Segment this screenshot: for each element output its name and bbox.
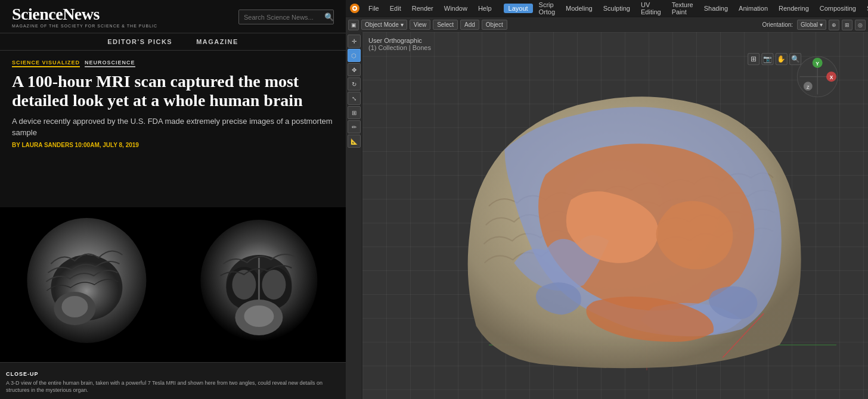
logo-area: ScienceNews MAGAZINE OF THE SOCIETY FOR … <box>12 6 157 28</box>
workspace-sculpting[interactable]: Sculpting <box>599 4 635 13</box>
workspace-compositing[interactable]: Compositing <box>815 4 861 13</box>
view-button[interactable]: View <box>410 20 431 30</box>
3d-viewport[interactable]: User Orthographic (1) Collection | Bones <box>362 32 868 399</box>
blender-topbar: File Edit Render Window Help Layout Scri… <box>346 0 868 17</box>
svg-point-11 <box>244 306 274 327</box>
svg-text:🔍: 🔍 <box>791 55 800 63</box>
menu-file[interactable]: File <box>364 4 384 13</box>
select-button[interactable]: Select <box>433 20 458 30</box>
svg-text:✋: ✋ <box>777 55 786 63</box>
orientation-label: Orientation: <box>762 21 793 28</box>
article-subtitle: A device recently approved by the U.S. F… <box>12 116 334 138</box>
object-mode-label: Object Mode <box>365 21 399 28</box>
brain-mri-image <box>0 207 346 362</box>
object-mode-dropdown[interactable]: Object Mode ▾ <box>361 20 407 30</box>
nav-editors-picks[interactable]: EDITOR'S PICKS <box>107 38 172 45</box>
svg-point-9 <box>262 270 286 300</box>
pivot-icon[interactable]: ⊕ <box>829 20 839 30</box>
scale-tool[interactable]: ⤡ <box>348 92 361 105</box>
add-button[interactable]: Add <box>460 20 479 30</box>
image-caption-bar: CLOSE-UP A 3-D view of the entire human … <box>0 362 346 399</box>
menu-window[interactable]: Window <box>439 4 472 13</box>
site-logo[interactable]: ScienceNews <box>12 6 157 23</box>
svg-text:⊞: ⊞ <box>751 55 757 63</box>
tags-row: SCIENCE VISUALIZED NEUROSCIENCE <box>12 60 334 67</box>
search-bar[interactable]: 🔍 <box>238 10 334 24</box>
left-panel: ScienceNews MAGAZINE OF THE SOCIETY FOR … <box>0 0 346 399</box>
workspace-texture-paint[interactable]: Texture Paint <box>667 0 698 17</box>
workspace-scrip-ortog[interactable]: Scrip Ortog <box>534 0 560 17</box>
article-byline: BY LAURA SANDERS 10:00AM, JULY 8, 2019 <box>12 142 334 148</box>
caption-text: A 3-D view of the entire human brain, ta… <box>6 379 340 394</box>
logo-subtitle: MAGAZINE OF THE SOCIETY FOR SCIENCE & TH… <box>12 24 157 28</box>
caption-label: CLOSE-UP <box>6 371 39 377</box>
brain-image-container <box>0 207 346 362</box>
brain-3d-model: X Y Z ⊞ 📷 ✋ 🔍 <box>362 32 868 399</box>
blender-logo-icon <box>349 3 360 14</box>
workspace-modeling[interactable]: Modeling <box>561 4 597 13</box>
byline-date: 10:00AM, JULY 8, 2019 <box>73 142 139 148</box>
svg-text:Y: Y <box>816 61 819 67</box>
workspace-animation[interactable]: Animation <box>734 4 773 13</box>
snap-icon[interactable]: ⊞ <box>842 20 852 30</box>
search-icon[interactable]: 🔍 <box>324 13 334 21</box>
svg-text:Z: Z <box>807 85 810 90</box>
proportional-icon[interactable]: ◎ <box>855 20 866 30</box>
move-tool[interactable]: ✥ <box>348 63 361 76</box>
menu-edit[interactable]: Edit <box>385 4 406 13</box>
workspace-uv-editing[interactable]: UV Editing <box>636 0 666 17</box>
byline-author[interactable]: LAURA SANDERS <box>22 142 73 148</box>
viewport-shading-icon[interactable]: ▣ <box>348 20 359 30</box>
workspace-shading[interactable]: Shading <box>699 4 733 13</box>
object-mode-chevron: ▾ <box>401 21 404 28</box>
viewport-area: ✛ ⬡ ✥ ↻ ⤡ ⊞ ✏ 📐 User Orthographic (1) Co… <box>346 32 868 399</box>
svg-point-3 <box>62 296 88 317</box>
svg-text:📷: 📷 <box>763 55 772 63</box>
global-label: Global <box>801 21 818 28</box>
annotate-tool[interactable]: ✏ <box>348 120 361 133</box>
search-input[interactable] <box>244 14 324 21</box>
tag-science-visualized[interactable]: SCIENCE VISUALIZED <box>12 60 80 67</box>
brain-scan-left <box>7 216 167 353</box>
article-content: SCIENCE VISUALIZED NEUROSCIENCE A 100-ho… <box>0 51 346 207</box>
select-tool[interactable]: ⬡ <box>348 49 361 62</box>
cursor-tool[interactable]: ✛ <box>348 35 361 48</box>
orientation-dropdown[interactable]: Global ▾ <box>797 20 826 30</box>
tag-neuroscience[interactable]: NEUROSCIENCE <box>85 60 135 67</box>
workspace-layout[interactable]: Layout <box>504 4 533 13</box>
blender-panel: File Edit Render Window Help Layout Scri… <box>346 0 868 399</box>
object-button[interactable]: Object <box>482 20 507 30</box>
menu-render[interactable]: Render <box>407 4 438 13</box>
menu-help[interactable]: Help <box>473 4 497 13</box>
byline-prefix: BY <box>12 142 22 148</box>
nav-magazine[interactable]: MAGAZINE <box>196 38 238 45</box>
nav-bar: EDITOR'S PICKS MAGAZINE <box>0 33 346 51</box>
measure-tool[interactable]: 📐 <box>348 135 361 148</box>
svg-point-14 <box>354 7 356 10</box>
svg-text:X: X <box>830 74 833 80</box>
rotate-tool[interactable]: ↻ <box>348 77 361 91</box>
blender-toolbar: ▣ Object Mode ▾ View Select Add Object O… <box>346 17 868 32</box>
article-title: A 100-hour MRI scan captured the most de… <box>12 72 334 110</box>
left-toolbar: ✛ ⬡ ✥ ↻ ⤡ ⊞ ✏ 📐 <box>346 32 362 399</box>
brain-scan-right <box>179 216 339 353</box>
site-header: ScienceNews MAGAZINE OF THE SOCIETY FOR … <box>0 0 346 33</box>
global-chevron: ▾ <box>820 21 823 28</box>
transform-tool[interactable]: ⊞ <box>348 106 361 119</box>
workspace-scripting[interactable]: Scripting <box>862 4 868 13</box>
workspace-rendering[interactable]: Rendering <box>774 4 814 13</box>
